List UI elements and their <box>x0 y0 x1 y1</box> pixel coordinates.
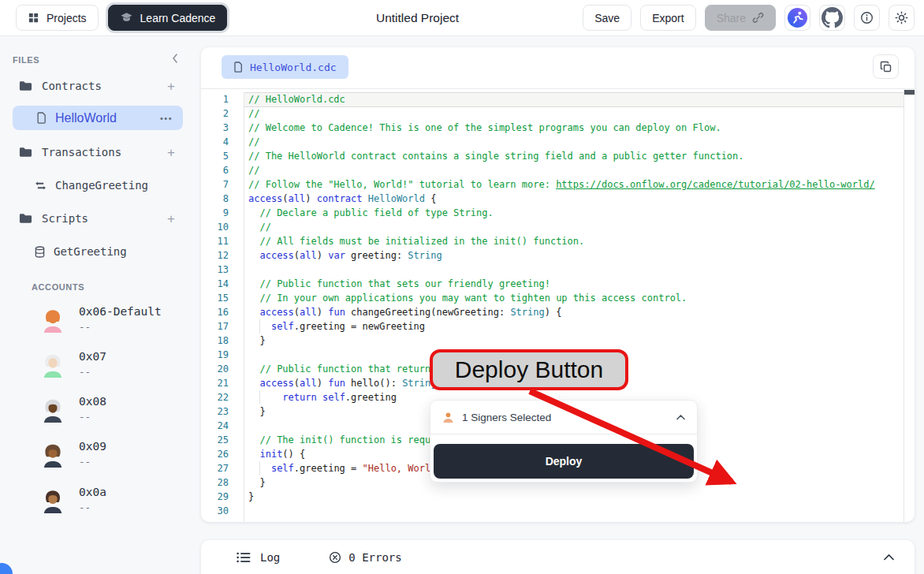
account-address: 0x0a <box>79 486 106 498</box>
code-line[interactable]: // <box>248 106 904 121</box>
line-number: 8 <box>201 192 237 206</box>
add-script-button[interactable]: + <box>167 212 175 226</box>
runner-icon <box>787 7 808 28</box>
code-line[interactable]: access(all) fun changeGreeting(newGreeti… <box>248 305 904 319</box>
errors-count-label[interactable]: 0 Errors <box>348 551 401 564</box>
scrollbar-thumb[interactable] <box>904 90 915 95</box>
avatar <box>40 352 65 378</box>
folder-icon <box>19 213 32 224</box>
account-row-0x08[interactable]: 0x08 -- <box>0 393 201 430</box>
account-address: 0x09 <box>79 440 106 453</box>
code-line[interactable]: // HelloWorld.cdc <box>248 92 904 106</box>
indent-guide <box>259 319 260 334</box>
indent-guide <box>259 390 260 404</box>
code-line[interactable]: // The HelloWorld contract contains a si… <box>248 149 904 163</box>
flow-runner-button[interactable] <box>784 5 810 31</box>
document-icon <box>36 112 47 124</box>
info-button[interactable] <box>854 5 880 31</box>
collapse-sidebar-icon[interactable] <box>172 54 178 63</box>
share-label: Share <box>717 12 746 24</box>
code-line[interactable]: // Declare a public field of type String… <box>248 206 904 220</box>
signers-panel: 1 Signers Selected Deploy <box>430 400 698 483</box>
file-menu-icon[interactable]: ••• <box>160 114 173 123</box>
code-line[interactable]: } <box>248 334 904 348</box>
line-number: 6 <box>201 163 237 177</box>
code-line[interactable]: // All fields must be initialized in the… <box>248 234 904 248</box>
line-number: 5 <box>201 149 237 163</box>
save-button[interactable]: Save <box>583 5 632 31</box>
log-tab-label[interactable]: Log <box>260 551 280 564</box>
sidebar-item-changegreeting[interactable]: ChangeGreeting <box>0 174 201 196</box>
code-line[interactable]: // Welcome to Cadence! This is one of th… <box>248 121 904 135</box>
signers-label: 1 Signers Selected <box>462 412 551 423</box>
editor-scrollbar[interactable] <box>904 89 915 522</box>
add-contract-button[interactable]: + <box>167 80 175 93</box>
line-number: 23 <box>201 404 237 419</box>
code-line[interactable]: // <box>248 163 904 177</box>
projects-label: Projects <box>47 12 87 24</box>
save-label: Save <box>594 12 620 24</box>
files-section-header: FILES <box>13 55 39 65</box>
share-button[interactable]: Share <box>705 5 776 31</box>
script-icon <box>35 246 45 258</box>
account-address: 0x07 <box>79 350 106 363</box>
log-list-icon <box>237 552 251 563</box>
folder-label: Transactions <box>42 146 121 158</box>
folder-icon <box>19 147 32 158</box>
sidebar-item-helloworld[interactable]: HelloWorld ••• <box>13 106 183 130</box>
sidebar-folder-transactions[interactable]: Transactions + <box>0 141 201 163</box>
signers-divider <box>430 434 697 434</box>
folder-icon <box>19 80 32 91</box>
code-line[interactable] <box>248 263 904 277</box>
github-button[interactable] <box>819 5 845 31</box>
learn-cadence-button[interactable]: Learn Cadence <box>108 5 228 31</box>
add-transaction-button[interactable]: + <box>167 146 175 159</box>
signers-selector[interactable]: 1 Signers Selected <box>430 401 697 434</box>
line-number: 3 <box>201 121 237 135</box>
sidebar-folder-contracts[interactable]: Contracts + <box>0 75 201 97</box>
code-line[interactable]: // Follow the "Hello, World!" tutorial t… <box>248 177 904 192</box>
code-line[interactable]: access(all) var greeting: String <box>248 248 904 263</box>
code-line[interactable]: // Public function that sets our friendl… <box>248 277 904 291</box>
code-line[interactable]: // In your own applications you may want… <box>248 291 904 305</box>
line-number: 16 <box>201 305 237 319</box>
account-row-0x09[interactable]: 0x09 -- <box>0 438 201 475</box>
line-number: 11 <box>201 234 237 248</box>
line-number: 25 <box>201 433 237 447</box>
code-line[interactable] <box>248 504 904 518</box>
theme-toggle-button[interactable] <box>889 5 915 31</box>
code-line[interactable]: } <box>248 490 904 504</box>
avatar <box>40 488 65 513</box>
code-line[interactable]: // <box>248 135 904 149</box>
account-address: 0x06-Default <box>79 305 162 318</box>
learn-cadence-label: Learn Cadence <box>140 12 216 24</box>
chevron-up-icon[interactable] <box>676 415 685 420</box>
account-row-0x06[interactable]: 0x06-Default -- <box>0 304 201 340</box>
line-number: 19 <box>201 348 237 362</box>
line-number: 26 <box>201 447 237 461</box>
sidebar-item-getgreeting[interactable]: GetGreeting <box>0 240 201 263</box>
annotation-label: Deploy Button <box>455 356 603 383</box>
export-button[interactable]: Export <box>640 5 695 31</box>
sidebar-folder-scripts[interactable]: Scripts + <box>0 207 201 229</box>
line-numbers: 1234567891011121314151617181920212223242… <box>201 92 237 518</box>
account-row-0x07[interactable]: 0x07 -- <box>0 348 201 385</box>
code-line[interactable]: // <box>248 220 904 234</box>
export-label: Export <box>652 12 684 24</box>
code-line[interactable]: self.greeting = newGreeting <box>248 319 904 334</box>
app-header: Projects Learn Cadence Untitled Project … <box>0 0 924 36</box>
projects-button[interactable]: Projects <box>16 5 99 31</box>
copy-code-button[interactable] <box>873 54 899 79</box>
line-number: 27 <box>201 461 237 475</box>
avatar <box>40 397 65 423</box>
account-row-0x0a[interactable]: 0x0a -- <box>0 484 201 520</box>
expand-log-icon[interactable] <box>884 554 894 561</box>
file-label: GetGreeting <box>54 245 127 258</box>
code-line[interactable]: access(all) contract HelloWorld { <box>248 192 904 206</box>
line-number: 24 <box>201 419 237 433</box>
tab-helloworld-cdc[interactable]: HelloWorld.cdc <box>222 55 348 79</box>
folder-label: Scripts <box>42 212 88 225</box>
deploy-button[interactable]: Deploy <box>434 444 694 479</box>
person-icon <box>442 412 454 423</box>
line-number: 28 <box>201 475 237 490</box>
